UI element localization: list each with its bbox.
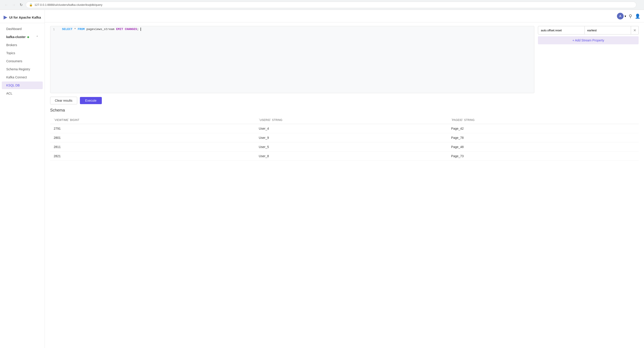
brokers-label: Brokers (6, 43, 17, 47)
sidebar-item-schema-registry[interactable]: Schema Registry (2, 65, 43, 73)
avatar-button[interactable]: A ▾ (617, 13, 626, 20)
results-section: Schema `VIEWTIME` BIGINT `USERID` STRING… (45, 108, 644, 166)
top-app-bar: A ▾ ⚲ 👤 (45, 10, 644, 23)
cell-userid: User_9 (255, 133, 448, 142)
table-header-row: `VIEWTIME` BIGINT `USERID` STRING `PAGEI… (50, 116, 639, 124)
property-row-1: ✕ (538, 26, 639, 35)
forward-button[interactable]: → (11, 2, 16, 8)
top-bar-right: A ▾ ⚲ 👤 (617, 13, 640, 20)
code-star: * (72, 28, 78, 31)
actions-row: Clear results Execute (45, 93, 644, 108)
app-logo-icon: ▶ (4, 14, 8, 20)
clear-label: Clear results (55, 99, 72, 102)
main-content: A ▾ ⚲ 👤 1 SELECT * FROM pageviews_stream… (45, 10, 644, 348)
code-line: SELECT * FROM pageviews_stream EMIT CHAN… (62, 28, 141, 31)
cluster-status-dot (27, 36, 29, 38)
sidebar-item-kafka-connect[interactable]: Kafka Connect (2, 74, 43, 81)
add-property-label: + Add Stream Property (572, 39, 604, 42)
cell-userid: User_5 (255, 142, 448, 152)
app-container: ▶ UI for Apache Kafka Dashboard kafka-cl… (0, 10, 644, 348)
avatar-chevron-icon: ▾ (624, 14, 626, 18)
cell-userid: User_4 (255, 124, 448, 133)
properties-panel: ✕ + Add Stream Property (538, 26, 639, 93)
github-icon[interactable]: ⚲ (629, 14, 632, 19)
keyword-from: FROM (78, 28, 84, 31)
code-table: pageviews_stream (84, 28, 116, 31)
property-clear-button[interactable]: ✕ (631, 26, 639, 35)
avatar: A (617, 13, 624, 20)
topics-label: Topics (6, 51, 15, 55)
keyword-select: SELECT (62, 28, 72, 31)
kafka-connect-label: Kafka Connect (6, 76, 27, 79)
keyword-emit: EMIT (116, 28, 123, 31)
property-key-input[interactable] (538, 26, 585, 35)
cluster-name: kafka-cluster (6, 35, 29, 39)
cell-viewtime: 2811 (50, 142, 255, 152)
sidebar-item-consumers[interactable]: Consumers (2, 57, 43, 65)
query-editor[interactable]: 1 SELECT * FROM pageviews_stream EMIT CH… (50, 26, 534, 93)
editor-line-1: 1 SELECT * FROM pageviews_stream EMIT CH… (50, 26, 534, 32)
cell-pageid: Page_42 (448, 124, 639, 133)
app-header: ▶ UI for Apache Kafka (0, 12, 44, 23)
col-header-viewtime: `VIEWTIME` BIGINT (50, 116, 255, 124)
sidebar-item-brokers[interactable]: Brokers (2, 41, 43, 49)
cell-viewtime: 2801 (50, 133, 255, 142)
avatar-letter: A (619, 14, 621, 18)
acl-label: ACL (6, 92, 12, 95)
table-row: 2791 User_4 Page_42 (50, 124, 639, 133)
sidebar-item-dashboard[interactable]: Dashboard (2, 25, 43, 33)
sidebar-cluster-header[interactable]: kafka-cluster ⌃ (2, 33, 43, 41)
property-value-input[interactable] (585, 26, 631, 35)
back-button[interactable]: ← (4, 2, 9, 8)
sidebar-item-ksqldb[interactable]: KSQL DB (2, 82, 43, 89)
cell-pageid: Page_78 (448, 133, 639, 142)
add-property-button[interactable]: + Add Stream Property (538, 36, 639, 44)
cell-viewtime: 2821 (50, 152, 255, 161)
col-header-userid: `USERID` STRING (255, 116, 448, 124)
cell-userid: User_8 (255, 152, 448, 161)
execute-button[interactable]: Execute (80, 97, 102, 104)
cell-pageid: Page_73 (448, 152, 639, 161)
schema-registry-label: Schema Registry (6, 67, 30, 71)
url-text: 127.0.0.1:8888/ui/clusters/kafka-cluster… (34, 3, 102, 7)
sidebar: ▶ UI for Apache Kafka Dashboard kafka-cl… (0, 10, 45, 348)
keyword-changes: CHANGES (123, 28, 137, 31)
lock-icon: 🔒 (29, 3, 33, 7)
help-icon[interactable]: 👤 (635, 14, 640, 19)
editor-cursor (139, 28, 141, 31)
ksqldb-label: KSQL DB (6, 84, 20, 87)
cluster-chevron-icon: ⌃ (36, 35, 38, 39)
consumers-label: Consumers (6, 59, 22, 63)
address-bar[interactable]: 🔒 127.0.0.1:8888/ui/clusters/kafka-clust… (26, 2, 636, 8)
app-title: UI for Apache Kafka (9, 16, 41, 19)
schema-title: Schema (50, 108, 639, 113)
cell-pageid: Page_48 (448, 142, 639, 152)
execute-label: Execute (85, 99, 97, 102)
results-table: `VIEWTIME` BIGINT `USERID` STRING `PAGEI… (50, 116, 639, 161)
query-section: 1 SELECT * FROM pageviews_stream EMIT CH… (45, 23, 644, 93)
line-number: 1 (53, 28, 58, 31)
sidebar-item-topics[interactable]: Topics (2, 49, 43, 57)
browser-bar: ← → ↻ 🔒 127.0.0.1:8888/ui/clusters/kafka… (0, 0, 644, 10)
refresh-button[interactable]: ↻ (19, 2, 24, 8)
table-row: 2821 User_8 Page_73 (50, 152, 639, 161)
table-row: 2801 User_9 Page_78 (50, 133, 639, 142)
sidebar-item-acl[interactable]: ACL (2, 90, 43, 97)
clear-results-button[interactable]: Clear results (50, 97, 77, 104)
col-header-pageid: `PAGEID` STRING (448, 116, 639, 124)
dashboard-label: Dashboard (6, 27, 22, 31)
cell-viewtime: 2791 (50, 124, 255, 133)
table-row: 2811 User_5 Page_48 (50, 142, 639, 152)
